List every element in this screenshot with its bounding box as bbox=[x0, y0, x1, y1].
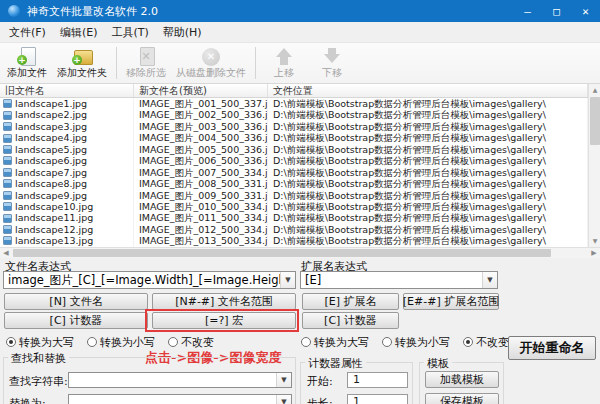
table-row[interactable]: landscape8.jpgIMAGE_图片_008_500_331.jpgD:… bbox=[0, 178, 588, 189]
new-filename: IMAGE_图片_012_500_334.jpg bbox=[134, 224, 268, 235]
table-row[interactable]: landscape1.jpgIMAGE_图片_001_500_337.jpgD:… bbox=[0, 98, 588, 109]
start-rename-button[interactable]: 开始重命名 bbox=[508, 336, 596, 360]
radio-icon bbox=[87, 337, 97, 347]
find-string-label: 查找字符串: bbox=[9, 374, 68, 389]
file-path: D:\前端模板\Bootstrap数据分析管理后台模板\images\galle… bbox=[268, 121, 588, 132]
filename-case-radio-1[interactable]: 转换为小写 bbox=[87, 335, 155, 350]
fn-n-range-button[interactable]: [N#-#] 文件名范围 bbox=[152, 293, 296, 310]
load-template-button[interactable]: 加载模板 bbox=[425, 371, 499, 388]
add-files-label: 添加文件 bbox=[7, 66, 47, 80]
table-row[interactable]: landscape4.jpgIMAGE_图片_004_500_336.jpgD:… bbox=[0, 132, 588, 143]
table-header: 旧文件名 新文件名(预览) 文件位置 bbox=[0, 84, 588, 98]
toolbar-add-folder-button[interactable]: 添加文件夹 bbox=[52, 44, 112, 82]
close-button[interactable]: ✕ bbox=[571, 0, 600, 22]
vertical-scroll-thumb[interactable] bbox=[590, 97, 600, 145]
counter-step-input[interactable]: 1 bbox=[347, 394, 408, 404]
new-filename: IMAGE_图片_004_500_336.jpg bbox=[134, 132, 268, 143]
toolbar-move-down-button[interactable]: 下移 bbox=[308, 44, 356, 82]
toolbar-move-up-button[interactable]: 上移 bbox=[260, 44, 308, 82]
image-file-icon bbox=[3, 122, 12, 131]
extension-expression-input[interactable]: [E] ▼ bbox=[300, 271, 498, 289]
ext-counter-button[interactable]: [C] 计数器 bbox=[302, 312, 399, 329]
save-template-button[interactable]: 保存模板 bbox=[425, 393, 499, 404]
add-file-icon bbox=[15, 46, 39, 65]
old-filename: landscape13.jpg bbox=[15, 235, 93, 246]
maximize-button[interactable]: □ bbox=[542, 0, 571, 22]
chevron-down-icon[interactable]: ▼ bbox=[276, 395, 291, 404]
filename-case-radio-0[interactable]: 转换为大写 bbox=[6, 335, 74, 350]
replace-with-input[interactable]: ▼ bbox=[68, 394, 292, 404]
image-file-icon bbox=[3, 225, 12, 234]
old-filename: landscape4.jpg bbox=[15, 132, 87, 143]
fn-n-filename-button[interactable]: [N] 文件名 bbox=[4, 293, 148, 310]
filename-case-radio-2[interactable]: 不改变 bbox=[168, 335, 214, 350]
chevron-down-icon[interactable]: ▼ bbox=[482, 272, 497, 288]
table-row[interactable]: landscape5.jpgIMAGE_图片_005_500_336.jpgD:… bbox=[0, 144, 588, 155]
filename-expression-input[interactable]: image_图片_[C]_[=Image.Width]_[=Image.Heig… bbox=[3, 271, 296, 289]
old-filename: landscape11.jpg bbox=[15, 212, 93, 223]
table-row[interactable]: landscape3.jpgIMAGE_图片_003_500_336.jpgD:… bbox=[0, 121, 588, 132]
find-replace-group: 查找和替换 查找字符串: ▼ 替换为: ▼ bbox=[3, 357, 296, 404]
table-row[interactable]: landscape9.jpgIMAGE_图片_009_500_331.jpgD:… bbox=[0, 190, 588, 201]
file-path: D:\前端模板\Bootstrap数据分析管理后台模板\images\galle… bbox=[268, 224, 588, 235]
ext-e-range-button[interactable]: [E#-#] 扩展名范围 bbox=[403, 293, 499, 310]
toolbar-delete-from-disk-button[interactable]: 从磁盘删除文件 bbox=[171, 44, 251, 82]
menu-item-help[interactable]: 帮助(H) bbox=[156, 23, 209, 42]
find-string-input[interactable]: ▼ bbox=[68, 372, 292, 388]
table-row[interactable]: landscape2.jpgIMAGE_图片_002_500_336.jpgD:… bbox=[0, 109, 588, 120]
menu-item-tools[interactable]: 工具(T) bbox=[104, 23, 155, 42]
counter-properties-group: 计数器属性 开始: 1 步长: 1 bbox=[300, 362, 413, 404]
extension-case-radio-1[interactable]: 转换为小写 bbox=[382, 335, 450, 350]
extension-case-radio-0[interactable]: 转换为大写 bbox=[301, 335, 369, 350]
toolbar-remove-selected-button[interactable]: 移除所选 bbox=[121, 44, 171, 82]
settings-panel: 文件名表达式 image_图片_[C]_[=Image.Width]_[=Ima… bbox=[0, 258, 600, 404]
toolbar-add-files-button[interactable]: 添加文件 bbox=[2, 44, 52, 82]
extension-case-radio-2[interactable]: 不改变 bbox=[463, 335, 509, 350]
column-header-old-name[interactable]: 旧文件名 bbox=[0, 84, 134, 97]
image-file-icon bbox=[3, 99, 12, 108]
minimize-button[interactable]: – bbox=[513, 0, 542, 22]
scroll-left-icon[interactable]: ◀ bbox=[0, 248, 12, 258]
move-down-label: 下移 bbox=[322, 66, 342, 80]
old-filename: landscape7.jpg bbox=[15, 167, 87, 178]
chevron-down-icon[interactable]: ▼ bbox=[280, 272, 295, 288]
image-file-icon bbox=[3, 111, 12, 120]
counter-properties-title: 计数器属性 bbox=[305, 356, 366, 371]
table-row[interactable]: landscape13.jpgIMAGE_图片_013_500_334.jpgD… bbox=[0, 235, 588, 246]
table-row[interactable]: landscape11.jpgIMAGE_图片_011_500_334.jpgD… bbox=[0, 212, 588, 223]
fn-counter-button[interactable]: [C] 计数器 bbox=[4, 312, 148, 329]
delete-from-disk-icon bbox=[199, 46, 223, 65]
old-filename: landscape6.jpg bbox=[15, 155, 87, 166]
scroll-down-icon[interactable]: ▼ bbox=[589, 235, 600, 247]
table-row[interactable]: landscape7.jpgIMAGE_图片_007_500_334.jpgD:… bbox=[0, 167, 588, 178]
column-header-location[interactable]: 文件位置 bbox=[268, 84, 588, 97]
add-folder-icon bbox=[70, 46, 94, 65]
counter-step-label: 步长: bbox=[307, 396, 333, 404]
counter-start-input[interactable]: 1 bbox=[347, 372, 408, 388]
toolbar-separator bbox=[255, 47, 256, 79]
filename-case-options: 转换为大写转换为小写不改变 bbox=[6, 335, 214, 349]
chevron-down-icon[interactable]: ▼ bbox=[276, 373, 291, 387]
file-path: D:\前端模板\Bootstrap数据分析管理后台模板\images\galle… bbox=[268, 109, 588, 120]
column-header-new-name[interactable]: 新文件名(预览) bbox=[134, 84, 268, 97]
file-path: D:\前端模板\Bootstrap数据分析管理后台模板\images\galle… bbox=[268, 144, 588, 155]
image-file-icon bbox=[3, 236, 12, 245]
move-up-label: 上移 bbox=[274, 66, 294, 80]
table-row[interactable]: landscape12.jpgIMAGE_图片_012_500_334.jpgD… bbox=[0, 224, 588, 235]
menu-item-edit[interactable]: 编辑(E) bbox=[53, 23, 105, 42]
vertical-scrollbar[interactable]: ▲ ▼ bbox=[588, 84, 600, 247]
horizontal-scrollbar[interactable]: ◀ ▶ bbox=[0, 247, 600, 258]
scroll-right-icon[interactable]: ▶ bbox=[588, 248, 600, 258]
table-row[interactable]: landscape10.jpgIMAGE_图片_010_500_334.jpgD… bbox=[0, 201, 588, 212]
menu-item-file[interactable]: 文件(F) bbox=[2, 23, 53, 42]
extension-case-options: 转换为大写转换为小写不改变 bbox=[301, 335, 509, 349]
new-filename: IMAGE_图片_006_500_336.jpg bbox=[134, 155, 268, 166]
fn-macro-button[interactable]: [=?] 宏 bbox=[152, 312, 296, 329]
template-title: 模板 bbox=[424, 356, 452, 371]
image-file-icon bbox=[3, 202, 12, 211]
table-row[interactable]: landscape6.jpgIMAGE_图片_006_500_336.jpgD:… bbox=[0, 155, 588, 166]
scroll-up-icon[interactable]: ▲ bbox=[589, 84, 600, 96]
file-path: D:\前端模板\Bootstrap数据分析管理后台模板\images\galle… bbox=[268, 132, 588, 143]
horizontal-scroll-thumb[interactable] bbox=[13, 249, 551, 257]
ext-e-extension-button[interactable]: [E] 扩展名 bbox=[302, 293, 399, 310]
